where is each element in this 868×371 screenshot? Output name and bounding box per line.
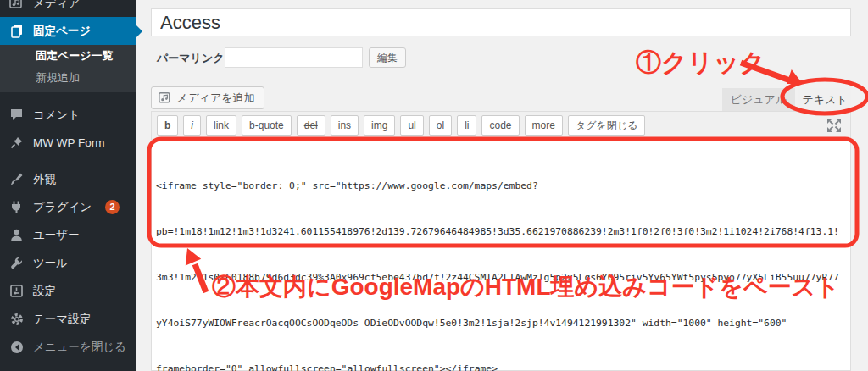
pin-icon	[8, 136, 25, 150]
code-line: frameborder="0" allowfullscreen="allowfu…	[156, 361, 846, 371]
sidebar-item-label: コメント	[33, 108, 80, 123]
qt-link-button[interactable]: link	[206, 115, 236, 136]
tab-visual[interactable]: ビジュアル	[722, 88, 795, 111]
content-editor: b i link b-quote del ins img ul ol li co…	[151, 111, 851, 371]
sidebar-item-comments[interactable]: コメント	[0, 101, 136, 129]
sidebar-item-label: テーマ設定	[33, 312, 91, 327]
annotation-arrow1-head	[787, 69, 803, 84]
add-media-icon	[159, 92, 171, 104]
sidebar-item-label: 設定	[33, 284, 56, 299]
pages-icon	[8, 25, 25, 38]
users-icon	[8, 229, 25, 242]
text-cursor	[498, 363, 498, 371]
qt-ins-button[interactable]: ins	[331, 115, 359, 136]
fullscreen-expand-icon[interactable]	[826, 118, 842, 133]
sidebar-item-theme-settings[interactable]: テーマ設定	[0, 305, 136, 333]
code-text: ="0"	[220, 363, 248, 371]
sidebar-item-appearance[interactable]: 外観	[0, 165, 136, 193]
code-line: <iframe style="border: 0;" src="https://…	[156, 178, 846, 193]
media-icon	[8, 0, 25, 10]
qt-italic-button[interactable]: i	[183, 115, 201, 136]
qt-close-tags-button[interactable]: タグを閉じる	[568, 115, 645, 136]
sidebar-item-label: ツール	[33, 256, 68, 271]
qt-ol-button[interactable]: ol	[429, 115, 452, 136]
pages-submenu: 固定ページ一覧 新規追加	[0, 45, 136, 92]
current-menu-arrow	[135, 24, 142, 39]
sidebar-item-label: メディア	[33, 0, 80, 11]
plugins-update-badge: 2	[105, 200, 120, 214]
sidebar-item-media[interactable]: メディア	[0, 0, 136, 17]
collapse-circle-icon	[8, 341, 25, 354]
code-line: pb=!1m18!1m12!1m3!1d3241.601155418976!2d…	[156, 224, 846, 239]
qt-code-button[interactable]: code	[481, 115, 519, 136]
tab-text[interactable]: テキスト	[798, 88, 851, 111]
permalink-input[interactable]	[225, 47, 363, 68]
sidebar-item-tools[interactable]: ツール	[0, 249, 136, 277]
appearance-brush-icon	[8, 173, 25, 186]
add-media-label: メディアを追加	[176, 91, 255, 106]
comments-icon	[8, 108, 25, 122]
permalink-label: パーマリンク:	[157, 51, 228, 66]
admin-sidebar: メディア 固定ページ 固定ページ一覧 新規追加 コメント	[0, 0, 136, 371]
misspelled-word: allowfullscreen	[248, 363, 335, 371]
gear-icon	[8, 313, 25, 326]
qt-img-button[interactable]: img	[364, 115, 395, 136]
sidebar-item-settings[interactable]: 設定	[0, 277, 136, 305]
qt-del-button[interactable]: del	[297, 115, 326, 136]
post-title-input[interactable]	[151, 8, 851, 36]
code-text: "></iframe>	[434, 363, 498, 371]
submenu-item-pages-list[interactable]: 固定ページ一覧	[0, 45, 136, 67]
settings-icon	[8, 285, 25, 298]
qt-bold-button[interactable]: b	[157, 115, 178, 136]
qt-more-button[interactable]: more	[525, 115, 563, 136]
annotation-step1-label: ①クリック	[636, 46, 765, 80]
qt-li-button[interactable]: li	[457, 115, 476, 136]
plugin-icon	[8, 201, 25, 214]
wordpress-admin-screen: メディア 固定ページ 固定ページ一覧 新規追加 コメント	[0, 0, 868, 371]
tools-wrench-icon	[8, 257, 25, 270]
sidebar-item-mw-wp-form[interactable]: MW WP Form	[0, 129, 136, 157]
quicktags-toolbar: b i link b-quote del ins img ul ol li co…	[152, 112, 850, 140]
sidebar-item-label: MW WP Form	[33, 136, 105, 149]
misspelled-word: allowfullscreen	[347, 363, 433, 371]
submenu-item-add-new[interactable]: 新規追加	[0, 67, 136, 89]
sidebar-item-pages[interactable]: 固定ページ	[0, 17, 136, 45]
sidebar-item-label: 固定ページ	[33, 24, 91, 39]
code-line: yY4oiS77yWIOWFreacrOacqOOCsOODqeODs-ODie…	[156, 315, 846, 330]
sidebar-item-plugins[interactable]: プラグイン 2	[0, 193, 136, 221]
sidebar-item-users[interactable]: ユーザー	[0, 221, 136, 249]
sidebar-item-label: メニューを閉じる	[33, 340, 126, 355]
annotation-arrow1-line	[741, 63, 790, 80]
code-text: ="	[336, 363, 348, 371]
qt-bquote-button[interactable]: b-quote	[242, 115, 292, 136]
code-line: 3m3!1m2!1s0x60188b79d6d3dc39%3A0x969cf5e…	[156, 269, 846, 285]
sidebar-item-collapse-menu[interactable]: メニューを閉じる	[0, 333, 136, 361]
qt-ul-button[interactable]: ul	[400, 115, 423, 136]
sidebar-item-label: ユーザー	[33, 228, 80, 243]
add-media-button[interactable]: メディアを追加	[151, 86, 264, 109]
post-content-textarea[interactable]: <iframe style="border: 0;" src="https://…	[152, 140, 850, 371]
sidebar-item-label: 外観	[33, 172, 56, 187]
misspelled-word: frameborder	[156, 363, 220, 371]
permalink-edit-button[interactable]: 編集	[369, 47, 406, 68]
sidebar-item-label: プラグイン	[33, 200, 92, 215]
